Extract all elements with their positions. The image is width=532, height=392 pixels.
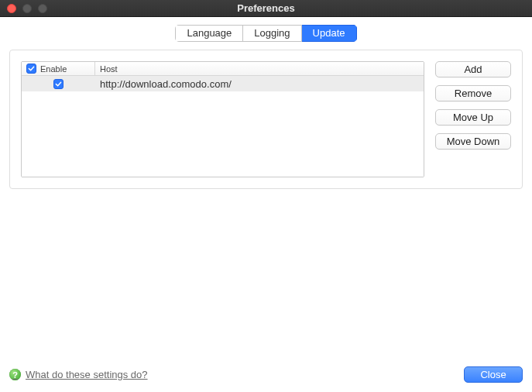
minimize-window-button[interactable] [22, 4, 32, 13]
footer: ? What do these settings do? Close [9, 359, 523, 383]
close-button[interactable]: Close [464, 366, 523, 383]
move-down-button[interactable]: Move Down [435, 133, 511, 150]
header-enable-checkbox[interactable] [26, 64, 36, 74]
row-host-text: http://download.comodo.com/ [100, 78, 232, 90]
tab-update[interactable]: Update [302, 25, 357, 42]
close-window-button[interactable] [7, 4, 16, 13]
maximize-window-button[interactable] [38, 4, 47, 13]
row-enable-cell [22, 76, 95, 91]
action-buttons: Add Remove Move Up Move Down [435, 61, 511, 177]
check-icon [55, 81, 62, 88]
row-enable-checkbox[interactable] [53, 79, 63, 89]
check-icon [28, 65, 35, 72]
table-body: http://download.comodo.com/ [22, 76, 424, 177]
table-row[interactable]: http://download.comodo.com/ [22, 76, 424, 91]
tabs-bar: Language Logging Update [9, 25, 523, 50]
update-hosts-table: Enable Host http://download.comodo.com/ [21, 61, 424, 177]
column-header-host[interactable]: Host [95, 62, 424, 75]
help-link-text: What do these settings do? [26, 369, 148, 380]
window-titlebar: Preferences [0, 0, 532, 17]
move-up-button[interactable]: Move Up [435, 109, 511, 126]
help-link[interactable]: ? What do these settings do? [9, 369, 148, 380]
tab-language[interactable]: Language [175, 25, 243, 42]
help-icon: ? [9, 369, 21, 380]
add-button[interactable]: Add [435, 61, 511, 77]
header-enable-label: Enable [40, 64, 67, 74]
traffic-lights [0, 4, 47, 13]
column-header-enable[interactable]: Enable [22, 62, 95, 75]
window-title: Preferences [0, 2, 532, 14]
tab-logging[interactable]: Logging [243, 25, 301, 42]
table-header: Enable Host [22, 62, 424, 76]
segmented-control: Language Logging Update [175, 25, 356, 42]
row-host-cell: http://download.comodo.com/ [95, 76, 424, 91]
window-body: Language Logging Update Enable Host [0, 17, 532, 392]
header-host-label: Host [100, 64, 118, 74]
update-panel: Enable Host http://download.comodo.com/ [9, 50, 523, 189]
remove-button[interactable]: Remove [435, 85, 511, 101]
